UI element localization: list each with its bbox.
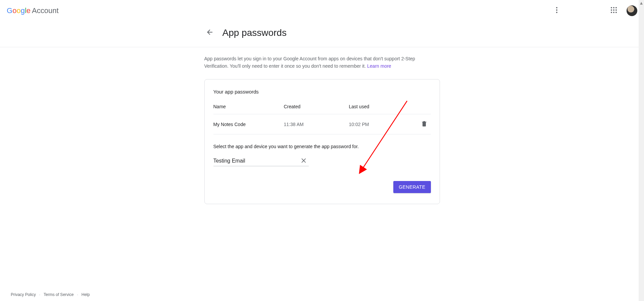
svg-point-6 — [611, 9, 612, 11]
learn-more-link[interactable]: Learn more — [367, 63, 391, 69]
svg-point-3 — [611, 7, 612, 8]
more-vert-icon — [553, 6, 561, 15]
account-avatar[interactable] — [627, 5, 637, 16]
arrow-back-icon — [206, 28, 214, 38]
row-created: 11:38 AM — [284, 122, 349, 127]
apps-grid-icon — [610, 6, 618, 15]
select-instructions: Select the app and device you want to ge… — [213, 144, 431, 149]
scrollbar[interactable]: ▴ — [639, 0, 644, 301]
page-title: App passwords — [222, 27, 287, 38]
svg-point-11 — [615, 12, 617, 13]
intro-text: App passwords let you sign in to your Go… — [204, 55, 440, 70]
google-account-logo[interactable]: Google Account — [7, 6, 59, 15]
topbar: Google Account — [0, 0, 644, 21]
footer: Privacy Policy · Terms of Service · Help — [0, 292, 100, 297]
table-row: My Notes Code 11:38 AM 10:02 PM — [213, 114, 431, 134]
more-options-button[interactable] — [550, 4, 563, 17]
col-lastused: Last used — [349, 104, 414, 109]
app-passwords-card: Your app passwords Name Created Last use… — [204, 79, 440, 204]
account-label: Account — [32, 6, 59, 15]
card-section-title: Your app passwords — [213, 89, 431, 95]
generate-button[interactable]: GENERATE — [393, 181, 431, 193]
privacy-link[interactable]: Privacy Policy — [11, 292, 36, 297]
custom-name-row — [213, 156, 431, 166]
svg-point-4 — [613, 7, 614, 8]
col-name: Name — [213, 104, 284, 109]
svg-point-10 — [613, 12, 614, 13]
row-lastused: 10:02 PM — [349, 122, 414, 127]
back-button[interactable] — [203, 26, 216, 40]
help-link[interactable]: Help — [82, 292, 90, 297]
clear-input-button[interactable] — [300, 157, 308, 165]
close-icon — [301, 157, 307, 165]
custom-name-input[interactable] — [213, 156, 309, 166]
col-created: Created — [284, 104, 349, 109]
google-apps-button[interactable] — [607, 4, 621, 17]
delete-button[interactable] — [421, 120, 431, 128]
card-actions: GENERATE — [213, 181, 431, 193]
row-name: My Notes Code — [213, 122, 284, 127]
content-column: App passwords let you sign in to your Go… — [204, 47, 440, 204]
trash-icon — [421, 123, 428, 128]
table-header: Name Created Last used — [213, 104, 431, 114]
svg-point-8 — [615, 9, 617, 11]
svg-point-1 — [556, 9, 557, 11]
page-title-row: App passwords — [204, 21, 440, 47]
svg-point-0 — [556, 7, 557, 8]
svg-point-9 — [611, 12, 612, 13]
scrollbar-up-icon: ▴ — [639, 0, 644, 5]
svg-point-7 — [613, 9, 614, 11]
svg-point-5 — [615, 7, 617, 8]
terms-link[interactable]: Terms of Service — [44, 292, 73, 297]
svg-point-2 — [556, 12, 557, 13]
